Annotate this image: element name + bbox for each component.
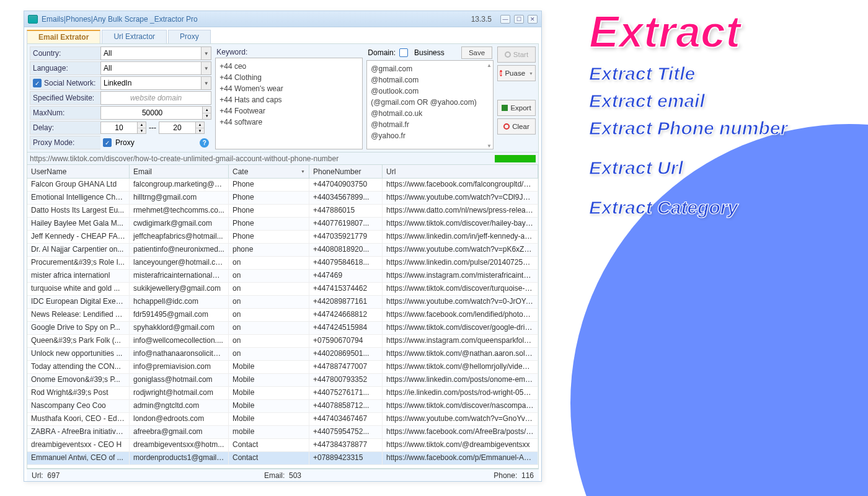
col-email[interactable]: Email <box>130 165 229 178</box>
marketing-line: Extract Category <box>589 197 787 218</box>
cell: https://www.facebook.com/lendified/photo… <box>383 309 538 321</box>
cell: falcongroup.marketing@g... <box>130 179 229 191</box>
table-row[interactable]: Google Drive to Spy on P...spyhakklord@g… <box>27 322 538 335</box>
cell: Hailey Baylee Met Gala M... <box>27 218 130 230</box>
cell: Procurement&#39;s Role I... <box>27 257 130 269</box>
cell: https://www.youtube.com/watch?v=CDl9JDN.… <box>383 192 538 204</box>
table-row[interactable]: Musthafa Koori, CEO - Edr...london@edroo… <box>27 413 538 426</box>
cell: london@edroots.com <box>130 413 229 425</box>
export-button[interactable]: Export <box>497 100 536 116</box>
cell: patientinfo@neuronixmed... <box>130 244 229 256</box>
minimize-button[interactable]: — <box>500 15 510 24</box>
domain-textarea[interactable]: ▲ ▼ @gmail.com@hotmail.com@outlook.com(@… <box>366 60 494 149</box>
keyword-line: +44 software <box>219 117 358 128</box>
cell: Datto Hosts Its Largest Eu... <box>27 205 130 217</box>
cell: on <box>229 322 309 334</box>
table-row[interactable]: Queen&#39;s Park Folk (...info@wellcomec… <box>27 335 538 348</box>
cell: hilltrng@gmail.com <box>130 192 229 204</box>
language-label: Language: <box>30 61 100 75</box>
cell: +447035921779 <box>309 231 383 243</box>
cell: on <box>229 270 309 282</box>
cell: https://www.tiktok.com/discover/turquois… <box>383 283 538 295</box>
close-button[interactable]: ✕ <box>528 15 538 24</box>
cell: https://ie.linkedin.com/posts/rod-wright… <box>383 387 538 399</box>
table-row[interactable]: Emotional Intelligence Cha...hilltrng@gm… <box>27 192 538 205</box>
spinner-icon[interactable]: ▲▼ <box>137 122 146 133</box>
cell: +447415374462 <box>309 283 383 295</box>
table-row[interactable]: Today attending the CON...info@premiavis… <box>27 361 538 374</box>
col-username[interactable]: UserName <box>27 165 130 178</box>
excel-icon <box>502 105 508 111</box>
social-network-label: ✓Social Network: <box>30 76 100 90</box>
cell: Contact <box>229 439 309 451</box>
col-url[interactable]: Url <box>383 165 538 178</box>
delay-to-input[interactable]: 20▲▼ <box>159 122 205 134</box>
table-row[interactable]: Unlock new opportunities ...info@nathana… <box>27 348 538 361</box>
current-url: https://www.tiktok.com/discover/how-to-c… <box>30 154 339 163</box>
delay-from-input[interactable]: 10▲▼ <box>100 122 146 134</box>
clear-icon <box>503 123 510 130</box>
cell: Mobile <box>229 413 309 425</box>
cell: https://www.tiktok.com/discover/hailey-b… <box>383 218 538 230</box>
table-row[interactable]: Datto Hosts Its Largest Eu...rmehmet@tec… <box>27 205 538 218</box>
tab-email-extractor[interactable]: Email Extrator <box>27 30 100 43</box>
status-email: Email: 503 <box>264 471 301 480</box>
col-cate[interactable]: Cate▼ <box>229 165 309 178</box>
country-dropdown[interactable]: All▼ <box>100 46 211 60</box>
keyword-label: Keyword: <box>215 46 363 58</box>
clear-button[interactable]: Clear <box>497 118 536 135</box>
cell: Musthafa Koori, CEO - Edr... <box>27 413 130 425</box>
domain-line: (@gmail.com OR @yahoo.com) <box>371 97 489 108</box>
table-row[interactable]: mister africa internationlmisterafricain… <box>27 270 538 283</box>
domain-line: @hotmail.co.uk <box>371 108 489 119</box>
keyword-textarea[interactable]: +44 ceo+44 Clothing+44 Women's wear+44 H… <box>215 58 363 149</box>
proxy-checkbox[interactable]: ✓ <box>103 138 112 147</box>
business-checkbox[interactable]: ✓ <box>399 48 408 57</box>
help-icon[interactable]: ? <box>200 138 209 148</box>
pause-button[interactable]: IIPuase▼ <box>497 65 536 81</box>
table-row[interactable]: Nascompany Ceo Cooadmin@ngtcltd.comMobil… <box>27 400 538 413</box>
cell: info@wellcomecollection.... <box>130 335 229 347</box>
social-network-checkbox[interactable]: ✓ <box>33 79 42 87</box>
table-row[interactable]: Dr. Al Najjar Carpentier on...patientinf… <box>27 244 538 257</box>
table-row[interactable]: ZABRA - AfreeBra initiative...afreebra@g… <box>27 426 538 439</box>
app-icon <box>28 15 38 24</box>
cell: afreebra@gmail.com <box>130 426 229 438</box>
table-row[interactable]: Hailey Baylee Met Gala M...cwdigimark@gm… <box>27 218 538 231</box>
table-row[interactable]: Rod Wright&#39;s Postrodjwright@hotmail.… <box>27 387 538 400</box>
table-row[interactable]: turquoise white and gold ...sukikjewelle… <box>27 283 538 296</box>
cell: Contact <box>229 452 309 464</box>
cell: +44034567899... <box>309 192 383 204</box>
proxy-mode-label: Proxy Mode: <box>30 136 100 149</box>
cell: +44079584618... <box>309 257 383 269</box>
cell: phone <box>229 244 309 256</box>
maxnum-input[interactable]: 50000▲▼ <box>100 106 211 120</box>
maximize-button[interactable]: ☐ <box>514 15 524 24</box>
tab-url-extractor[interactable]: Url Extractor <box>102 30 167 43</box>
language-dropdown[interactable]: All▼ <box>100 61 211 75</box>
action-buttons: Start IIPuase▼ Export Clear <box>497 46 536 149</box>
table-row[interactable]: dreambigeventsxx - CEO Hdreambigeventsxx… <box>27 439 538 452</box>
table-row[interactable]: Onome Emovon&#39;s P...goniglass@hotmail… <box>27 374 538 387</box>
save-button[interactable]: Save <box>461 46 492 59</box>
status-phone: Phone: 116 <box>494 471 534 480</box>
settings-column: Country: All▼ Language: All▼ ✓Social Net… <box>30 46 211 149</box>
table-row[interactable]: Falcon Group GHANA Ltdfalcongroup.market… <box>27 179 538 192</box>
table-row[interactable]: News Release: Lendified A...fdr591495@gm… <box>27 309 538 322</box>
start-button[interactable]: Start <box>497 46 536 63</box>
grid-body: Falcon Group GHANA Ltdfalcongroup.market… <box>27 179 538 468</box>
specified-website-input[interactable]: website domain <box>100 91 211 105</box>
domain-column: Domain: ✓ Business Save ▲ ▼ @gmail.com@h… <box>366 46 494 149</box>
maxnum-spinner[interactable]: ▲▼ <box>202 107 211 119</box>
table-row[interactable]: Emmanuel Antwi, CEO of ...mordenproducts… <box>27 452 538 465</box>
col-phone[interactable]: PhoneNumber <box>309 165 383 178</box>
scroll-up-icon[interactable]: ▲ <box>487 62 492 67</box>
table-row[interactable]: IDC European Digital Exec...hchappell@id… <box>27 296 538 309</box>
spinner-icon[interactable]: ▲▼ <box>195 122 204 133</box>
table-row[interactable]: Jeff Kennedy - CHEAP FAB...jeffcheapfabr… <box>27 231 538 244</box>
table-row[interactable]: Procurement&#39;s Role I...lanceyounger@… <box>27 257 538 270</box>
scroll-down-icon[interactable]: ▼ <box>487 143 492 148</box>
tab-proxy[interactable]: Proxy <box>168 30 211 43</box>
social-network-dropdown[interactable]: LinkedIn▼ <box>100 76 211 90</box>
cell: sukikjewellery@gmail.com <box>130 283 229 295</box>
